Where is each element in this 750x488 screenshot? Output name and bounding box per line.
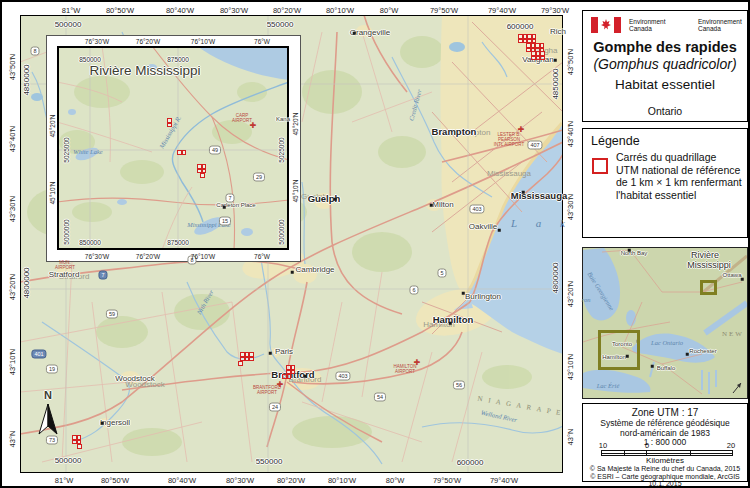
longitude-label: 80°10'W: [328, 476, 356, 485]
inset-map-canvas: [57, 46, 289, 250]
overview-map-canvas: [583, 248, 747, 398]
longitude-label: 80°10'W: [326, 6, 354, 15]
scale-unit: Kilomètres: [583, 456, 747, 465]
info-box: Zone UTM : 17 Système de référence géodé…: [582, 403, 748, 482]
datum: Système de référence géodésiquenord-amér…: [583, 419, 747, 438]
scalebar-label-10: 10: [599, 441, 607, 450]
longitude-label: 79°40'W: [488, 6, 516, 15]
latitude-label: 43°40'N: [566, 121, 575, 148]
wordmark-fr: EnvironnementCanada: [698, 18, 742, 32]
scalebar-label-20: 20: [727, 441, 735, 450]
longitude-label: 80°30'W: [220, 6, 248, 15]
longitude-label: 80°50'W: [101, 476, 129, 485]
longitude-label: 79°50'W: [433, 476, 461, 485]
utm-zone: Zone UTM : 17: [583, 407, 747, 418]
latitude-label: 43°50'N: [8, 54, 17, 81]
canada-flag-icon: [591, 17, 621, 33]
title-box: EnvironmentCanada EnvironnementCanada Go…: [582, 10, 748, 122]
map-region: Ontario: [583, 105, 747, 117]
legend-item-text: Carrés du quadrillage UTM national de ré…: [616, 151, 742, 201]
map-title: Gomphe des rapides: [583, 39, 747, 55]
latitude-label: 43°40'N: [8, 126, 17, 153]
longitude-label: 80°40'W: [166, 6, 194, 15]
longitude-label: 80°30'W: [226, 476, 254, 485]
latitude-label: 43°10'N: [8, 349, 17, 376]
longitude-label: 80°W: [380, 6, 398, 15]
latitude-label: 43°30'N: [8, 196, 17, 223]
longitude-label: 80°W: [386, 476, 404, 485]
wordmark-en: EnvironmentCanada: [629, 18, 666, 32]
longitude-label: 79°50'W: [430, 6, 458, 15]
scale-ratio: 1 : 800 000: [583, 437, 747, 447]
copyright-crown: © Sa Majesté la Reine du chef du Canada,…: [585, 465, 745, 472]
longitude-label: 80°20'W: [277, 476, 305, 485]
latitude-label: 43°20'N: [566, 281, 575, 308]
longitude-label: 81°W: [55, 476, 73, 485]
map-title-latin: (Gomphus quadricolor): [583, 56, 747, 72]
longitude-label: 79°30'W: [541, 6, 569, 15]
legend-box: Légende Carrés du quadrillage UTM nation…: [582, 128, 748, 238]
longitude-label: 81°W: [62, 6, 80, 15]
map-sheet: 81°W80°50'W80°40'W80°30'W80°20'W80°10'W8…: [0, 0, 750, 488]
latitude-label: 43°20'N: [8, 274, 17, 301]
longitude-label: 79°40'W: [490, 476, 518, 485]
copyright-esri: © ESRI – Carte géographique mondiale, Ar…: [585, 473, 745, 487]
latitude-label: 43°10'N: [566, 354, 575, 381]
scalebar-label-0: 0: [645, 441, 649, 450]
latitude-label: 43°30'N: [566, 194, 575, 221]
fip-header: EnvironmentCanada EnvironnementCanada: [591, 15, 743, 39]
habitat-grid-swatch: [592, 158, 608, 174]
latitude-label: 43°N: [566, 429, 575, 446]
map-subtitle: Habitat essentiel: [583, 77, 747, 92]
latitude-label: 43°50'N: [566, 49, 575, 76]
longitude-label: 80°20'W: [273, 6, 301, 15]
legend-title: Légende: [591, 134, 640, 148]
longitude-label: 80°40'W: [168, 476, 196, 485]
longitude-label: 80°50'W: [106, 6, 134, 15]
latitude-label: 43°N: [8, 431, 17, 448]
